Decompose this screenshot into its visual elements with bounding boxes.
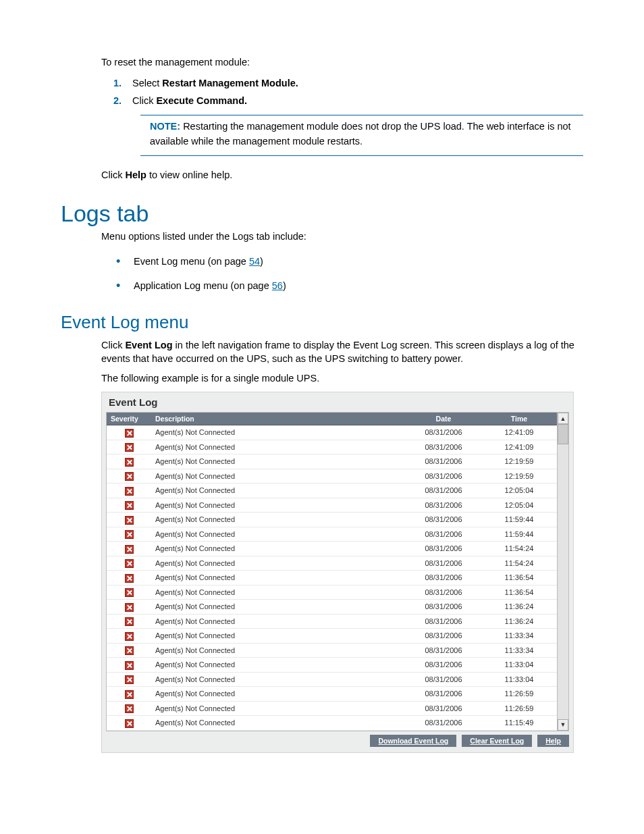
- scroll-down-button[interactable]: ▼: [558, 719, 568, 731]
- time-cell: 11:26:59: [481, 687, 557, 702]
- note-label: NOTE:: [150, 121, 180, 132]
- scroll-thumb[interactable]: [558, 424, 568, 444]
- description-cell: Agent(s) Not Connected: [151, 454, 406, 469]
- severity-cell: [107, 425, 151, 440]
- table-row: Agent(s) Not Connected08/31/200611:36:24: [107, 600, 557, 615]
- table-row: Agent(s) Not Connected08/31/200611:33:04: [107, 658, 557, 673]
- description-cell: Agent(s) Not Connected: [151, 440, 406, 454]
- date-cell: 08/31/2006: [406, 425, 481, 440]
- time-cell: 12:41:09: [481, 440, 557, 454]
- table-row: Agent(s) Not Connected08/31/200611:59:44: [107, 513, 557, 527]
- scroll-up-button[interactable]: ▲: [558, 413, 568, 424]
- logs-intro: Menu options listed under the Logs tab i…: [61, 230, 583, 243]
- action-buttons: Download Event Log Clear Event Log Help: [102, 733, 573, 752]
- link-page-56[interactable]: 56: [272, 280, 283, 291]
- description-cell: Agent(s) Not Connected: [151, 513, 406, 527]
- severity-cell: [107, 687, 151, 702]
- date-cell: 08/31/2006: [406, 600, 481, 615]
- time-cell: 12:41:09: [481, 425, 557, 440]
- th-time[interactable]: Time: [481, 413, 557, 425]
- th-date[interactable]: Date: [406, 413, 481, 425]
- description-cell: Agent(s) Not Connected: [151, 585, 406, 600]
- error-icon: [125, 530, 134, 539]
- table-header-row: Severity Description Date Time: [107, 413, 557, 425]
- severity-cell: [107, 556, 151, 571]
- scrollbar[interactable]: ▲ ▼: [557, 413, 568, 731]
- description-cell: Agent(s) Not Connected: [151, 701, 406, 716]
- date-cell: 08/31/2006: [406, 556, 481, 571]
- date-cell: 08/31/2006: [406, 716, 481, 731]
- description-cell: Agent(s) Not Connected: [151, 643, 406, 658]
- date-cell: 08/31/2006: [406, 469, 481, 484]
- description-cell: Agent(s) Not Connected: [151, 716, 406, 731]
- severity-cell: [107, 513, 151, 527]
- time-cell: 12:19:59: [481, 454, 557, 469]
- severity-cell: [107, 701, 151, 716]
- bullet-app-log: Application Log menu (on page 56): [116, 273, 583, 297]
- help-line: Click Help to view online help.: [61, 168, 583, 182]
- time-cell: 11:33:04: [481, 658, 557, 673]
- date-cell: 08/31/2006: [406, 701, 481, 716]
- bullet-event-log: Event Log menu (on page 54): [116, 249, 583, 273]
- event-log-screenshot: Event Log Severity Description Date Time…: [101, 392, 574, 753]
- description-cell: Agent(s) Not Connected: [151, 672, 406, 687]
- table-row: Agent(s) Not Connected08/31/200611:36:24: [107, 614, 557, 629]
- note-block: NOTE: Restarting the management module d…: [140, 115, 583, 155]
- description-cell: Agent(s) Not Connected: [151, 556, 406, 571]
- time-cell: 11:26:59: [481, 701, 557, 716]
- description-cell: Agent(s) Not Connected: [151, 614, 406, 629]
- table-row: Agent(s) Not Connected08/31/200612:19:59: [107, 454, 557, 469]
- table-row: Agent(s) Not Connected08/31/200612:05:04: [107, 498, 557, 513]
- severity-cell: [107, 542, 151, 556]
- severity-cell: [107, 643, 151, 658]
- th-description[interactable]: Description: [151, 413, 406, 425]
- description-cell: Agent(s) Not Connected: [151, 571, 406, 585]
- date-cell: 08/31/2006: [406, 687, 481, 702]
- time-cell: 11:33:34: [481, 643, 557, 658]
- time-cell: 11:59:44: [481, 527, 557, 542]
- time-cell: 11:54:24: [481, 542, 557, 556]
- severity-cell: [107, 469, 151, 484]
- date-cell: 08/31/2006: [406, 440, 481, 454]
- error-icon: [125, 588, 134, 597]
- download-event-log-button[interactable]: Download Event Log: [370, 735, 456, 747]
- error-icon: [125, 559, 134, 568]
- description-cell: Agent(s) Not Connected: [151, 542, 406, 556]
- time-cell: 11:59:44: [481, 513, 557, 527]
- error-icon: [125, 487, 134, 496]
- error-icon: [125, 545, 134, 554]
- table-row: Agent(s) Not Connected08/31/200611:36:54: [107, 585, 557, 600]
- severity-cell: [107, 658, 151, 673]
- severity-cell: [107, 600, 151, 615]
- time-cell: 11:36:24: [481, 600, 557, 615]
- event-log-p1: Click Event Log in the left navigation f…: [61, 338, 583, 366]
- table-row: Agent(s) Not Connected08/31/200612:41:09: [107, 440, 557, 454]
- table-row: Agent(s) Not Connected08/31/200612:41:09: [107, 425, 557, 440]
- screenshot-title: Event Log: [102, 392, 573, 412]
- logs-heading: Logs tab: [61, 201, 583, 227]
- severity-cell: [107, 585, 151, 600]
- table-row: Agent(s) Not Connected08/31/200611:33:34: [107, 643, 557, 658]
- date-cell: 08/31/2006: [406, 513, 481, 527]
- description-cell: Agent(s) Not Connected: [151, 484, 406, 498]
- error-icon: [125, 719, 134, 728]
- link-page-54[interactable]: 54: [249, 256, 260, 267]
- event-log-p2: The following example is for a single mo…: [61, 371, 583, 385]
- date-cell: 08/31/2006: [406, 527, 481, 542]
- error-icon: [125, 661, 134, 670]
- description-cell: Agent(s) Not Connected: [151, 629, 406, 644]
- help-button[interactable]: Help: [537, 735, 569, 747]
- description-cell: Agent(s) Not Connected: [151, 498, 406, 513]
- date-cell: 08/31/2006: [406, 629, 481, 644]
- table-row: Agent(s) Not Connected08/31/200611:59:44: [107, 527, 557, 542]
- th-severity[interactable]: Severity: [107, 413, 151, 425]
- scroll-track[interactable]: [558, 424, 568, 719]
- date-cell: 08/31/2006: [406, 585, 481, 600]
- time-cell: 11:54:24: [481, 556, 557, 571]
- time-cell: 11:36:54: [481, 585, 557, 600]
- clear-event-log-button[interactable]: Clear Event Log: [462, 735, 532, 747]
- error-icon: [125, 603, 134, 612]
- date-cell: 08/31/2006: [406, 672, 481, 687]
- table-row: Agent(s) Not Connected08/31/200611:33:04: [107, 672, 557, 687]
- error-icon: [125, 458, 134, 467]
